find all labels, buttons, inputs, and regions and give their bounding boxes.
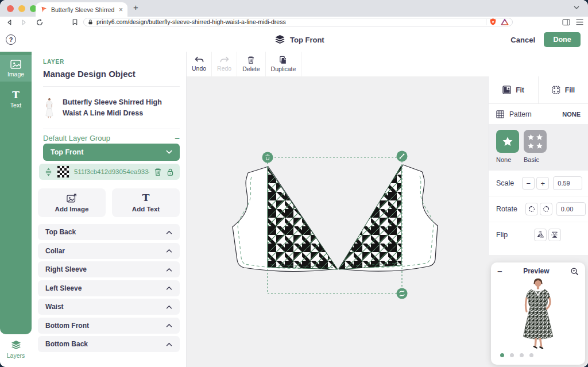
close-window-button[interactable] <box>7 5 14 12</box>
zoom-preview-icon[interactable] <box>570 267 579 276</box>
star-icon <box>527 134 535 141</box>
rail-item-image[interactable]: Image <box>0 55 32 82</box>
delete-layer-icon[interactable] <box>154 168 162 176</box>
flip-vertical-icon <box>551 231 559 239</box>
back-button[interactable] <box>6 18 14 26</box>
chevron-up-icon <box>166 323 172 327</box>
pattern-options: None Basic <box>489 124 588 171</box>
scale-decrease-button[interactable]: − <box>522 177 535 190</box>
preview-card: − Preview <box>491 262 585 365</box>
scale-input[interactable] <box>553 176 582 190</box>
panel-title: Manage Design Object <box>43 69 136 79</box>
preview-dot-active[interactable] <box>500 353 504 357</box>
fill-button[interactable]: Fill <box>538 76 588 103</box>
preview-dot[interactable] <box>510 353 514 357</box>
bookmark-icon[interactable] <box>71 18 79 26</box>
browser-menu-icon[interactable] <box>576 19 583 25</box>
divider <box>43 86 180 87</box>
pattern-none-tile[interactable] <box>496 130 519 153</box>
part-accordion-left-sleeve[interactable]: Left Sleeve <box>38 280 180 296</box>
image-icon <box>10 60 21 69</box>
cancel-button[interactable]: Cancel <box>510 28 535 52</box>
fit-icon <box>502 86 511 94</box>
part-accordion-collar[interactable]: Collar <box>38 243 180 259</box>
rail-item-text[interactable]: T Text <box>0 86 32 113</box>
star-icon <box>536 134 543 141</box>
rail-item-label: Image <box>7 71 24 78</box>
layers-nav-item[interactable]: Layers <box>0 340 32 359</box>
duplicate-label: Duplicate <box>271 65 296 72</box>
collapse-preview-button[interactable]: − <box>497 266 502 276</box>
pattern-option-basic[interactable]: Basic <box>524 130 547 171</box>
browser-tab[interactable]: Butterfly Sleeve Shirred High W × <box>36 2 127 17</box>
star-icon <box>536 142 543 149</box>
part-accordion-top-back[interactable]: Top Back <box>38 224 180 240</box>
add-image-button[interactable]: Add Image <box>38 188 106 217</box>
url-text: printy6.com/design/butterfly-sleeve-shir… <box>96 18 483 25</box>
new-tab-button[interactable]: + <box>133 2 138 12</box>
collapse-group-icon[interactable]: − <box>175 133 180 143</box>
editor-content: Undo Redo Delete Duplicate <box>187 52 588 367</box>
part-accordion-bottom-front[interactable]: Bottom Front <box>38 318 180 334</box>
rotate-cw-button[interactable] <box>540 203 552 215</box>
drag-handle-icon[interactable] <box>45 168 52 176</box>
fit-button[interactable]: Fit <box>489 76 538 103</box>
pattern-option-none[interactable]: None <box>496 130 519 171</box>
part-accordion-waist[interactable]: Waist <box>38 299 180 315</box>
part-label: Top Back <box>45 228 76 236</box>
chevron-up-icon <box>166 286 172 290</box>
rotate-ccw-button[interactable] <box>525 203 538 215</box>
fill-label: Fill <box>565 86 575 94</box>
brave-shield-extension-icon[interactable] <box>489 18 497 26</box>
url-field[interactable]: printy6.com/design/butterfly-sleeve-shir… <box>83 18 513 26</box>
forward-button[interactable] <box>20 18 28 26</box>
site-favicon <box>40 6 48 13</box>
preview-pagination[interactable] <box>491 350 585 357</box>
layers-icon <box>274 34 285 45</box>
flip-vertical-button[interactable] <box>548 229 561 241</box>
rotate-ccw-icon <box>528 205 536 213</box>
layer-id-text: 511f3cb412d93054ea93347f4 <box>74 168 149 175</box>
duplicate-button[interactable]: Duplicate <box>266 52 302 76</box>
redo-button[interactable]: Redo <box>212 52 237 76</box>
reload-button[interactable] <box>36 18 44 26</box>
flip-horizontal-icon <box>536 231 544 239</box>
browser-address-bar: printy6.com/design/butterfly-sleeve-shir… <box>0 17 588 28</box>
flip-row: Flip <box>489 222 588 248</box>
layers-icon <box>10 340 22 350</box>
edit-toolbar: Undo Redo Delete Duplicate <box>187 52 588 76</box>
design-layer-row[interactable]: 511f3cb412d93054ea93347f4 <box>39 164 180 180</box>
close-tab-icon[interactable]: × <box>119 6 123 14</box>
design-fill-right[interactable] <box>339 165 401 269</box>
help-icon[interactable]: ? <box>6 34 16 45</box>
chevron-up-icon <box>166 342 172 346</box>
window-controls[interactable] <box>7 5 37 12</box>
preview-dot[interactable] <box>520 353 524 357</box>
lock-layer-icon[interactable] <box>167 168 174 176</box>
done-button[interactable]: Done <box>544 32 581 47</box>
layer-group-header[interactable]: Default Layer Group − <box>43 132 180 144</box>
pattern-basic-tile[interactable] <box>524 130 547 153</box>
part-accordion-bottom-back[interactable]: Bottom Back <box>38 336 180 352</box>
selection-delete-handle[interactable] <box>262 152 273 163</box>
scale-increase-button[interactable]: + <box>536 177 549 190</box>
delete-button[interactable]: Delete <box>237 52 265 76</box>
add-text-icon: T <box>142 193 150 203</box>
minimize-window-button[interactable] <box>18 5 25 12</box>
selection-rotate-handle[interactable] <box>397 288 408 299</box>
text-tool-icon: T <box>12 90 20 100</box>
add-text-button[interactable]: T Add Text <box>112 188 180 217</box>
active-part-button[interactable]: Top Front <box>43 144 180 161</box>
preview-title: Preview <box>502 267 570 275</box>
sidebar-toggle-icon[interactable] <box>562 19 570 26</box>
tab-search-chevron-icon[interactable] <box>573 4 580 11</box>
design-fill-left[interactable] <box>268 167 338 269</box>
preview-dot[interactable] <box>529 353 533 357</box>
selection-resize-handle[interactable] <box>397 151 408 162</box>
add-image-label: Add Image <box>55 206 89 213</box>
undo-button[interactable]: Undo <box>187 52 212 76</box>
part-accordion-right-sleeve[interactable]: Right Sleeve <box>38 261 180 277</box>
rotate-input[interactable] <box>556 202 586 216</box>
triangle-extension-icon[interactable] <box>501 18 509 26</box>
flip-horizontal-button[interactable] <box>534 229 547 241</box>
